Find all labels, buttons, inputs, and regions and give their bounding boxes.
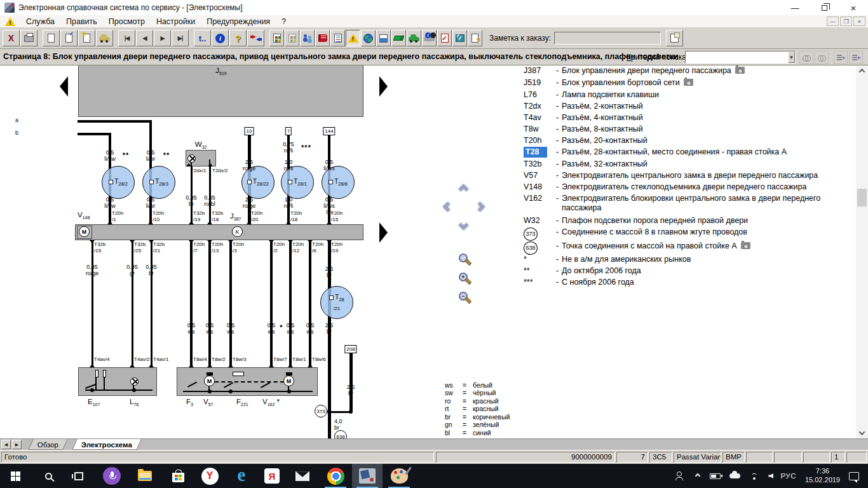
chrome-taskbar-button[interactable] (320, 464, 351, 488)
world-button[interactable] (361, 30, 376, 46)
pan-left-button[interactable] (442, 201, 453, 212)
vehicle-button[interactable] (96, 30, 113, 46)
vertical-scrollbar[interactable] (856, 65, 868, 438)
close-button[interactable]: × (839, 0, 868, 15)
clock[interactable]: 7:36 15.02.2019 (805, 467, 840, 485)
search-criteria-combobox[interactable]: ▼ (685, 51, 796, 64)
car-green-button[interactable] (407, 30, 421, 46)
legend-row-J519[interactable]: J519-Блок управления бортовой сети (522, 78, 693, 88)
scrollbar-thumb[interactable] (857, 189, 867, 207)
legend-row-638[interactable]: 638-Точка соединения с массой на правой … (522, 241, 750, 255)
people-tray-icon[interactable] (675, 471, 686, 480)
new-doc-button[interactable] (43, 30, 60, 46)
order-note-input[interactable] (554, 32, 661, 44)
find-next-button[interactable] (815, 51, 829, 64)
legend-row-J387[interactable]: J387-Блок управления двери переднего пас… (522, 66, 745, 76)
customers-button[interactable] (300, 30, 315, 46)
tab-0[interactable]: Обзор (28, 439, 68, 450)
zoom-tool-icon[interactable] (459, 254, 468, 262)
menu-item-4[interactable]: Предупреждения (201, 16, 276, 27)
restore-button[interactable] (810, 0, 839, 15)
zoom-out-icon[interactable]: − (459, 292, 468, 301)
tab-scroll-right-button[interactable]: ▶ (12, 440, 22, 449)
legend-row-starstarstar[interactable]: ***-С ноября 2006 года (522, 278, 634, 287)
volume-icon[interactable] (768, 473, 773, 478)
mdi-restore-button[interactable]: ❒ (840, 17, 852, 26)
esis-taskbar-button[interactable] (352, 464, 383, 488)
legend-row-373[interactable]: 373-Соединение с массой 8 в главном жгут… (522, 227, 747, 241)
pan-down-button[interactable] (458, 220, 469, 231)
legend-row-V162[interactable]: V162-Электродвигатель блокировки централ… (522, 194, 836, 213)
edge-taskbar-button[interactable]: e (226, 464, 257, 488)
legend-row-T4av[interactable]: T4av-Разъём, 4-контактный (522, 113, 643, 123)
taskview-taskbar-button[interactable] (64, 464, 94, 488)
tools-button[interactable] (452, 30, 467, 46)
legend-row-T20h[interactable]: T20h-Разъём, 20-контактный (522, 136, 648, 146)
legend-row-T32b[interactable]: T32b-Разъём, 32-контактный (522, 159, 648, 169)
legend-row-T28[interactable]: T28-Разъём, 28-контактный, место соедине… (522, 147, 787, 157)
tab-scroll-left-button[interactable]: ◀ (1, 440, 11, 449)
camera-icon[interactable] (684, 79, 693, 86)
new-note-button[interactable]: ★ (78, 30, 95, 46)
wifi-icon[interactable] (749, 472, 759, 480)
start-taskbar-button[interactable] (0, 464, 31, 488)
sample-button[interactable] (376, 30, 391, 46)
legend-row-L76[interactable]: L76-Лампа подсветки клавиши (522, 90, 659, 100)
eraser-button[interactable] (391, 30, 406, 46)
tab-active-1[interactable]: Электросхема (72, 439, 142, 450)
checklist-button[interactable]: ✓ (437, 30, 452, 46)
search-taskbar-button[interactable] (33, 464, 64, 488)
menu-item-1[interactable]: Править (60, 16, 103, 27)
onedrive-icon[interactable] (729, 473, 740, 478)
legend-row-T8w[interactable]: T8w-Разъём, 8-контактный (522, 125, 643, 134)
warnings-button[interactable]: ! (346, 30, 360, 46)
first-page-button[interactable]: |◀ (118, 30, 135, 46)
store-taskbar-button[interactable] (163, 464, 193, 488)
car-info-button[interactable] (422, 30, 437, 46)
doc-help-button[interactable]: ? (468, 30, 482, 46)
exit-button[interactable]: X (3, 30, 20, 46)
edit-doc-button[interactable]: ✓ (60, 30, 78, 46)
legend-row-star[interactable]: *-Не в а/м для американских рынков (522, 255, 691, 264)
zoom-in-icon[interactable]: + (459, 273, 468, 281)
legend-row-V148[interactable]: V148-Электродвигатель стеклоподъемника д… (522, 182, 807, 192)
find-button[interactable] (799, 51, 813, 64)
last-page-button[interactable]: ▶| (172, 30, 189, 46)
legend-row-T2dx[interactable]: T2dx-Разъём, 2-контактный (522, 102, 643, 111)
menu-item-5[interactable]: ? (276, 16, 292, 27)
worklist-button[interactable] (330, 30, 345, 46)
search-criteria-input[interactable] (686, 51, 788, 63)
prev-page-button[interactable]: ◀ (136, 30, 153, 46)
help-button[interactable]: ? (229, 30, 247, 46)
action-center-icon[interactable] (849, 472, 859, 480)
info-button[interactable]: i (212, 30, 229, 46)
yandex-taskbar-button[interactable]: Я (257, 464, 287, 488)
order-note-button[interactable] (666, 30, 683, 46)
next-page-button[interactable]: ▶ (154, 30, 171, 46)
ybrowser-taskbar-button[interactable]: Y (194, 464, 225, 488)
menu-item-2[interactable]: Просмотр (103, 16, 151, 27)
swap-button[interactable] (247, 30, 264, 46)
mdi-close-button[interactable]: × (853, 17, 865, 26)
paint-taskbar-button[interactable] (384, 464, 414, 488)
wiring-diagram-canvas[interactable]: 107144208T28/2T28/3T28/22T28/1T28/6T28/2… (0, 65, 522, 438)
menu-item-0[interactable]: Служба (20, 16, 60, 27)
parts-catalog-2-button[interactable] (285, 30, 299, 46)
parts-catalog-button[interactable] (269, 30, 284, 46)
explorer-taskbar-button[interactable] (130, 464, 160, 488)
tray-expand-icon[interactable] (695, 473, 701, 479)
scroll-down-button[interactable] (856, 428, 868, 438)
index-back-button[interactable] (834, 51, 848, 64)
legend-row-starstar[interactable]: **-До октября 2006 года (522, 266, 641, 276)
goto-button[interactable]: t.. (194, 30, 211, 46)
mdi-minimize-button[interactable]: — (827, 17, 839, 26)
scroll-up-button[interactable] (856, 65, 868, 76)
legend-row-W32[interactable]: W32-Плафон подсветки порога передней пра… (522, 216, 748, 226)
index-forward-button[interactable] (849, 51, 863, 64)
camera-icon[interactable] (735, 67, 745, 74)
manual-button[interactable] (315, 30, 330, 46)
mic-taskbar-button[interactable] (97, 464, 127, 488)
pan-up-button[interactable] (458, 184, 469, 194)
minimize-button[interactable]: — (780, 0, 810, 15)
language-indicator[interactable]: РУС (780, 472, 796, 480)
